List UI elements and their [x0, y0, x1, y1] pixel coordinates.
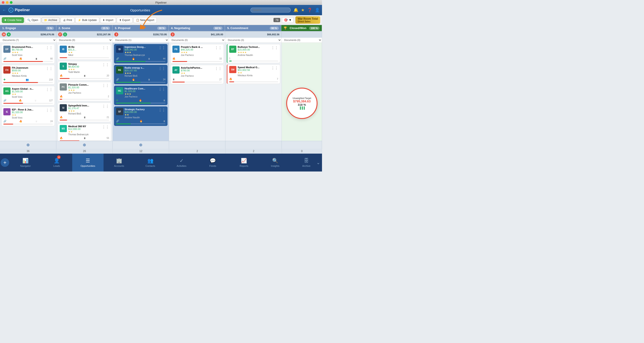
card-ingenious[interactable]: ID Ingenious Desig... $36,342.00 ★★★ Tho…: [114, 44, 168, 64]
card-bottom-icons-radio: 🔗 🔥 ⏸ 24: [116, 78, 166, 81]
card-action-icons-avia: ⋮⋮: [215, 66, 222, 71]
print-button[interactable]: 🖨 Print: [60, 17, 75, 23]
docs-select-negotiating[interactable]: Documents (0): [169, 38, 225, 42]
docs-select-engage[interactable]: Documents (7): [0, 38, 56, 42]
docs-select-proposal[interactable]: Documents (1): [112, 38, 169, 42]
card-score-avia: 27: [219, 78, 222, 81]
filter-button[interactable]: 🎯 ▼: [282, 17, 294, 23]
nav-reports[interactable]: 📈 Reports: [228, 154, 260, 172]
docs-select-scene[interactable]: Documents (9): [56, 38, 113, 42]
maximize-button[interactable]: [10, 1, 12, 4]
card-stars-medical360: ★★: [68, 130, 100, 133]
card-avia[interactable]: AY AviaYachtPartne... $780.00 ★★ Joe Pac…: [170, 65, 224, 84]
card-bottom-icons-peoples: 🔥 33: [172, 57, 222, 60]
add-new-global-button[interactable]: +: [0, 158, 10, 168]
card-bottom-icons-medical360: 🔥 ⏸ 56: [60, 136, 109, 140]
avatar-healthcare: HC: [116, 87, 123, 94]
card-bullseye[interactable]: BT Bullseye Technol... $15,000.00 ★★★★ A…: [227, 44, 280, 63]
docs-select-commitment[interactable]: Documents (3): [225, 38, 282, 42]
user-icon[interactable]: 👤: [315, 8, 320, 12]
progress-fill-radio: [116, 82, 141, 83]
import-icon: ⬇: [103, 18, 105, 22]
opportunities-label: Opportunities: [80, 164, 95, 167]
stage-pct-negotiating: 60 %: [213, 26, 222, 30]
add-commitment-button[interactable]: [226, 141, 282, 149]
war-room-button[interactable]: War Room Total Direct Sales: [296, 16, 320, 24]
create-new-button[interactable]: ✚ Create New: [2, 17, 24, 23]
nav-opportunities[interactable]: ☰ Opportunities: [72, 154, 104, 172]
nav-contacts[interactable]: 👥 Contacts: [134, 154, 166, 172]
card-spiegelfeld[interactable]: SI Spiegelfeld Imm... $1,176.47 ★★★ Rich…: [58, 103, 111, 122]
count-commitment: 2: [226, 149, 282, 154]
plus-icon-healthcare: ✚: [116, 99, 118, 102]
card-strategic[interactable]: SF Strategic Factory $28,090.00 ★★ Andre…: [114, 106, 168, 126]
nav-insights[interactable]: 🔍 Insights: [260, 154, 291, 172]
toolbar: ✚ Create New 🔍 Open 📁 Archive 🖨 Print ⚡ …: [0, 15, 322, 25]
stage-name-proposal: 3. Proposal: [115, 26, 130, 30]
favorites-icon[interactable]: ★: [301, 8, 304, 12]
help-icon[interactable]: ❓: [307, 8, 312, 12]
avatar-pinnacle: PC: [60, 84, 67, 90]
card-aspen[interactable]: AG Aspen Global - n... $1,500.00 ★★ Scot…: [1, 86, 55, 105]
bulk-update-button[interactable]: ⚡ Bulk Update: [75, 17, 99, 23]
export-button[interactable]: ⬆ Export: [117, 17, 132, 23]
scroll-expand-icon[interactable]: ⌄: [316, 160, 320, 165]
accounts-label: Accounts: [114, 164, 124, 167]
card-iep[interactable]: IE IEP - Rose & Joa... $1,320.00 ★★ Scot…: [1, 107, 55, 126]
card-bottom-icons-aspen: 🔗 🔥 ⏸ 127: [3, 99, 53, 102]
notifications-icon[interactable]: 🔔: [294, 8, 298, 12]
alert-red-proposal: 3: [114, 32, 118, 36]
card-info-simpay: Simpay $8,820.00 ★★★ Todd Martin: [68, 62, 100, 73]
new-report-button[interactable]: 📋 New Report: [134, 17, 157, 23]
archive-nav-icon: 🗄: [304, 158, 309, 164]
card-name-healthcare: Healthcare Com...: [124, 87, 157, 90]
add-closed-won-button[interactable]: [282, 141, 322, 149]
card-ib[interactable]: IB IB Re $31,5... ★★ Nikol ⋮⋮: [58, 44, 111, 60]
add-negotiating-button[interactable]: [169, 141, 226, 149]
close-button[interactable]: [2, 1, 4, 4]
count-closed-won: 0: [282, 149, 322, 154]
nav-feeds[interactable]: 💬 Feeds: [197, 154, 228, 172]
back-icon[interactable]: ←: [2, 8, 6, 12]
alert-red-scene: 17: [58, 32, 62, 36]
card-owner-pinnacle: Joe Pacheco: [68, 92, 100, 94]
card-pinnacle[interactable]: PC Pinnacle Comm... $1,320.00 ★★★ Joe Pa…: [58, 82, 111, 101]
fire-icon-spiegelfeld: 🔥: [60, 116, 63, 119]
nav-navigator[interactable]: 📊 Navigator: [10, 154, 41, 172]
card-radio[interactable]: RE Radio energy x... $20,157.65 ★★★ Rich…: [114, 65, 168, 84]
card-speed-medical[interactable]: SM Speed Medical G... $51,602.56 ★★ Niko…: [227, 64, 280, 84]
add-scene-button[interactable]: ⊕: [56, 141, 113, 149]
card-healthcare[interactable]: HC Healthcare Com... $1,320.00 ★★★ Joe P…: [114, 86, 168, 105]
add-engage-button[interactable]: ⊕: [0, 141, 56, 149]
activities-label: Activities: [177, 164, 186, 167]
nav-leads[interactable]: 4 👤 Leads: [41, 154, 72, 172]
add-proposal-button[interactable]: ⊕: [113, 141, 169, 149]
minimize-button[interactable]: [6, 1, 8, 4]
card-name-ib: IB Re: [68, 46, 100, 48]
card-score-spiegelfeld: 21: [107, 116, 109, 118]
header-right: 🔔 ★ ❓ 👤: [250, 8, 320, 12]
activities-icon: ✓: [180, 158, 184, 164]
alert-green-engage: 4: [7, 32, 11, 36]
card-fh-joanneum[interactable]: FH FH-Joanneum $500.00 ★★★ Nikolaus Kiml…: [1, 65, 55, 84]
progress-fill-spiegelfeld: [60, 120, 67, 120]
feeds-icon: 💬: [210, 158, 216, 164]
target-amount: $795,384.63: [293, 100, 310, 103]
docs-select-closed-won[interactable]: Documents (0): [282, 38, 322, 42]
leads-badge: 4: [57, 156, 60, 159]
nav-accounts[interactable]: 🏢 Accounts: [104, 154, 135, 172]
pause-icon-simpay: ⏸: [84, 74, 86, 77]
card-info-avia: AviaYachtPartne... $780.00 ★★ Joe Pachec…: [181, 66, 213, 77]
card-drummond[interactable]: DP Drummond Pres... $8,750.00 ★★★ Scott …: [1, 44, 55, 64]
archive-button[interactable]: 📁 Archive: [42, 17, 60, 23]
reports-icon: 📈: [241, 158, 247, 164]
import-button[interactable]: ⬇ Import: [100, 17, 116, 23]
progress-fill-peoples: [172, 61, 187, 62]
card-name-medical360: Medical 360 NY: [68, 125, 100, 128]
card-simpay[interactable]: S Simpay $8,820.00 ★★★ Todd Martin ⋮⋮ 🔥 …: [58, 61, 111, 80]
open-button[interactable]: 🔍 Open: [25, 17, 40, 23]
card-medical360[interactable]: M3 Medical 360 NY $12,000.00 ★★ Thomas B…: [58, 124, 111, 141]
nav-activities[interactable]: ✓ Activities: [166, 154, 197, 172]
search-input[interactable]: [250, 8, 291, 12]
card-peoples-bank[interactable]: PB People's Bank & ... $40,325.00 ★★★ Jo…: [170, 44, 224, 64]
